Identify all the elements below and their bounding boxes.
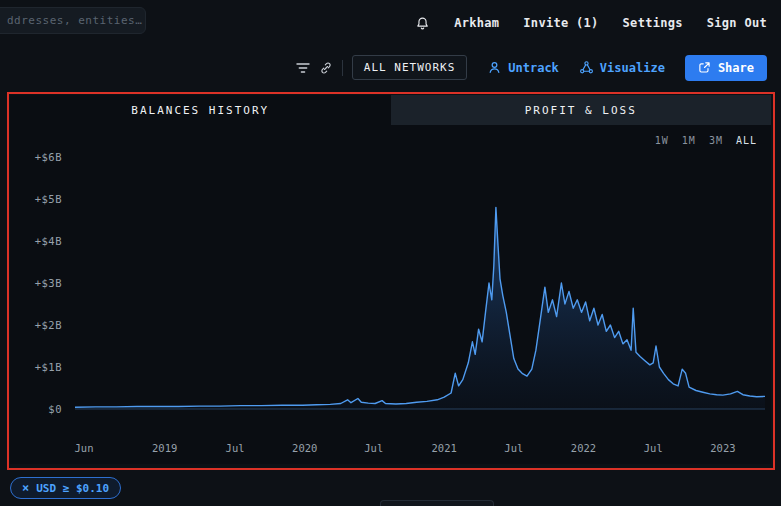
usd-filter-chip[interactable]: × USD ≥ $0.10 (10, 477, 121, 499)
range-button-1m[interactable]: 1M (682, 135, 696, 146)
range-button-3m[interactable]: 3M (709, 135, 723, 146)
chip-close-icon[interactable]: × (22, 481, 29, 495)
untrack-label: Untrack (508, 61, 559, 75)
chip-label: USD ≥ $0.10 (36, 482, 109, 495)
y-axis-label: +$3B (10, 277, 62, 289)
y-axis: +$6B+$5B+$4B+$3B+$2B+$1B$0 (10, 147, 66, 419)
x-axis-label: Jul (226, 442, 245, 454)
tab-balances-history[interactable]: BALANCES HISTORY (10, 95, 391, 125)
x-axis-label: Jul (504, 442, 523, 454)
balances-card: BALANCES HISTORY PROFIT & LOSS 1W1M3MALL… (10, 95, 771, 464)
range-button-1w[interactable]: 1W (655, 135, 669, 146)
untrack-button[interactable]: Untrack (487, 60, 559, 75)
share-label: Share (718, 61, 754, 75)
chart-tabs: BALANCES HISTORY PROFIT & LOSS (10, 95, 771, 125)
x-axis-label: Jul (364, 442, 383, 454)
nav-item-arkham[interactable]: Arkham (454, 16, 499, 30)
visualize-label: Visualize (600, 61, 665, 75)
network-graph-icon (579, 60, 594, 75)
nav-item-settings[interactable]: Settings (623, 16, 683, 30)
y-axis-label: +$2B (10, 319, 62, 331)
x-axis-label: 2019 (152, 442, 177, 454)
balance-area (75, 207, 765, 409)
y-axis-label: $0 (10, 403, 62, 415)
partial-panel (380, 500, 494, 506)
all-networks-button[interactable]: ALL NETWORKS (352, 55, 467, 80)
range-selector: 1W1M3MALL (655, 135, 757, 146)
x-axis: Jun2019Jul2020Jul2021Jul2022Jul2023 (75, 442, 765, 456)
y-axis-label: +$4B (10, 235, 62, 247)
nav-item-invite[interactable]: Invite (1) (523, 16, 598, 30)
share-icon (698, 61, 711, 74)
y-axis-label: +$6B (10, 151, 62, 163)
x-axis-label: 2022 (571, 442, 596, 454)
search-input[interactable]: ddresses, entities… (0, 7, 146, 34)
x-axis-label: Jul (644, 442, 663, 454)
visualize-button[interactable]: Visualize (579, 60, 665, 75)
share-button[interactable]: Share (685, 55, 767, 81)
tab-profit-loss[interactable]: PROFIT & LOSS (391, 95, 772, 125)
nav-item-sign-out[interactable]: Sign Out (707, 16, 767, 30)
x-axis-label: 2021 (431, 442, 456, 454)
chart-toolbar: ALL NETWORKS Untrack Visualize (296, 54, 767, 81)
x-axis-label: 2020 (292, 442, 317, 454)
balance-chart-plot[interactable] (75, 147, 765, 419)
toolbar-divider (342, 60, 343, 76)
bell-icon[interactable] (415, 16, 430, 31)
filter-icon[interactable] (296, 62, 310, 74)
networks-group: ALL NETWORKS (296, 55, 467, 80)
balance-chart-svg[interactable] (75, 147, 765, 419)
top-navigation: Arkham Invite (1) Settings Sign Out (415, 13, 767, 33)
y-axis-label: +$1B (10, 361, 62, 373)
y-axis-label: +$5B (10, 193, 62, 205)
range-button-all[interactable]: ALL (736, 135, 757, 146)
x-axis-label: Jun (74, 442, 93, 454)
untrack-person-icon (487, 60, 502, 75)
link-icon[interactable] (319, 61, 333, 75)
search-input-text: ddresses, entities… (7, 14, 142, 27)
x-axis-label: 2023 (710, 442, 735, 454)
